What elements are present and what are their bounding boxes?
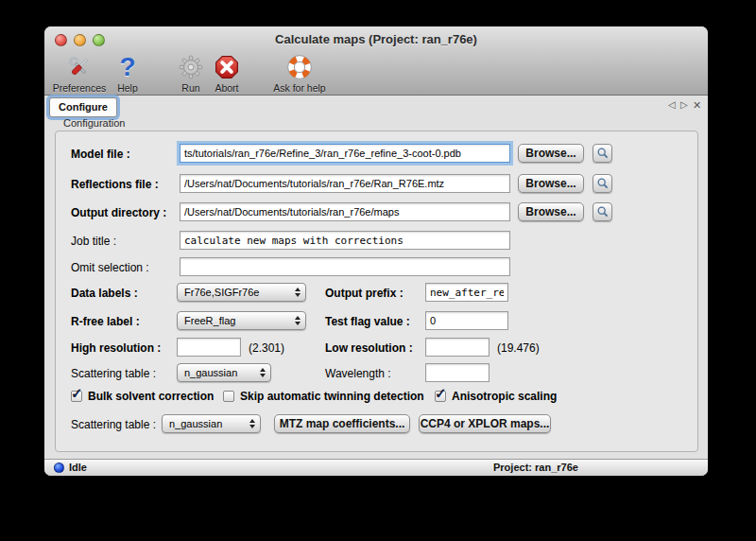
- checkbox-box[interactable]: [223, 391, 234, 402]
- low-resolution-hint: (19.476): [497, 341, 540, 355]
- section-title: Configuration: [63, 117, 125, 129]
- wavelength-label: Wavelength :: [325, 367, 391, 380]
- test-flag-value-input[interactable]: [425, 311, 508, 330]
- low-resolution-input[interactable]: [425, 338, 490, 357]
- stepper-arrows-icon: [249, 419, 255, 428]
- toolbar-button-abort[interactable]: Abort: [207, 53, 247, 94]
- status-bar: Idle Project: ran_r76e: [44, 459, 708, 476]
- ccp4-xplor-maps-button[interactable]: CCP4 or XPLOR maps...: [419, 414, 551, 433]
- tab-forward-icon[interactable]: ▷: [680, 99, 688, 111]
- toolbar-button-run[interactable]: Run: [173, 53, 209, 94]
- model-file-browse-button[interactable]: Browse...: [518, 144, 584, 163]
- reflections-file-browse-button[interactable]: Browse...: [518, 174, 584, 193]
- tools-icon: [65, 53, 94, 81]
- toolbar-label: Preferences: [53, 82, 107, 94]
- output-directory-browse-button[interactable]: Browse...: [518, 202, 584, 221]
- r-free-label-label: R-free label :: [71, 315, 140, 328]
- window-title: Calculate maps (Project: ran_r76e): [44, 32, 708, 46]
- magnifier-icon: [596, 205, 610, 218]
- gear-icon: [178, 53, 204, 81]
- stepper-arrows-icon: [295, 288, 301, 297]
- anisotropic-scaling-checkbox[interactable]: Anisotropic scaling: [435, 390, 557, 403]
- status-idle-icon: [54, 462, 64, 473]
- window-header: Calculate maps (Project: ran_r76e) Prefe…: [44, 26, 708, 96]
- r-free-label-dropdown[interactable]: FreeR_flag: [177, 311, 306, 330]
- checkbox-label: Skip automatic twinning detection: [240, 390, 424, 403]
- status-state: Idle: [69, 462, 87, 473]
- tab-back-icon[interactable]: ◁: [668, 99, 676, 111]
- output-directory-label: Output directory :: [71, 206, 166, 219]
- wavelength-input[interactable]: [425, 363, 490, 382]
- model-file-search-button[interactable]: [593, 144, 612, 163]
- toolbar-label: Run: [181, 82, 199, 94]
- toolbar-label: Ask for help: [273, 82, 325, 94]
- scattering-table-label: Scattering table :: [71, 367, 156, 380]
- magnifier-icon: [596, 177, 610, 190]
- question-mark-icon: ?: [119, 53, 135, 81]
- scattering-table-value: n_gaussian: [184, 367, 237, 378]
- reflections-file-label: Reflections file :: [71, 178, 159, 191]
- reflections-file-search-button[interactable]: [593, 174, 612, 193]
- output-prefix-label: Output prefix :: [325, 287, 404, 300]
- scattering-table-2-value: n_gaussian: [169, 418, 222, 429]
- lifebuoy-icon: [285, 53, 314, 81]
- model-file-input[interactable]: [180, 144, 510, 163]
- data-labels-dropdown[interactable]: Fr76e,SIGFr76e: [177, 283, 306, 302]
- job-title-input[interactable]: [180, 231, 510, 250]
- data-labels-value: Fr76e,SIGFr76e: [184, 287, 259, 298]
- high-resolution-hint: (2.301): [249, 341, 284, 355]
- desktop-background: { "window": { "title": "Calculate maps (…: [0, 0, 756, 541]
- toolbar-button-ask-for-help[interactable]: Ask for help: [271, 53, 328, 94]
- output-directory-input[interactable]: [180, 202, 510, 221]
- test-flag-value-label: Test flag value :: [325, 315, 410, 328]
- tab-configure[interactable]: Configure: [49, 97, 117, 117]
- model-file-label: Model file :: [71, 148, 130, 161]
- data-labels-label: Data labels :: [71, 287, 138, 300]
- mtz-map-coefficients-button[interactable]: MTZ map coefficients...: [274, 414, 410, 433]
- toolbar-button-help[interactable]: ? Help: [111, 53, 145, 94]
- r-free-label-value: FreeR_flag: [184, 315, 235, 326]
- job-title-label: Job title :: [71, 235, 116, 248]
- skip-twinning-detection-checkbox[interactable]: Skip automatic twinning detection: [223, 390, 424, 403]
- high-resolution-label: High resolution :: [71, 341, 161, 355]
- checkbox-box[interactable]: [435, 391, 446, 402]
- scattering-table-2-dropdown[interactable]: n_gaussian: [162, 414, 261, 433]
- toolbar-button-preferences[interactable]: Preferences: [52, 53, 107, 94]
- bulk-solvent-correction-checkbox[interactable]: Bulk solvent correction: [71, 390, 214, 403]
- output-prefix-input[interactable]: [425, 283, 508, 302]
- scattering-table-2-label: Scattering table :: [71, 418, 156, 431]
- checkbox-label: Bulk solvent correction: [88, 390, 214, 403]
- omit-selection-label: Omit selection :: [71, 261, 149, 274]
- calculate-maps-window: Calculate maps (Project: ran_r76e) Prefe…: [44, 26, 708, 476]
- checkbox-label: Anisotropic scaling: [452, 390, 557, 403]
- status-project: Project: ran_r76e: [493, 462, 578, 473]
- toolbar-label: Abort: [215, 82, 238, 94]
- abort-octagon-icon: [214, 53, 240, 81]
- scattering-table-dropdown[interactable]: n_gaussian: [177, 363, 271, 382]
- omit-selection-input[interactable]: [180, 257, 510, 276]
- high-resolution-input[interactable]: [177, 338, 241, 357]
- toolbar-label: Help: [117, 82, 138, 94]
- stepper-arrows-icon: [295, 316, 301, 325]
- low-resolution-label: Low resolution :: [325, 341, 413, 355]
- checkbox-box[interactable]: [71, 391, 82, 402]
- reflections-file-input[interactable]: [180, 174, 510, 193]
- stepper-arrows-icon: [260, 368, 266, 377]
- magnifier-icon: [596, 147, 610, 160]
- tab-close-icon[interactable]: ✕: [693, 99, 701, 111]
- output-directory-search-button[interactable]: [593, 202, 612, 221]
